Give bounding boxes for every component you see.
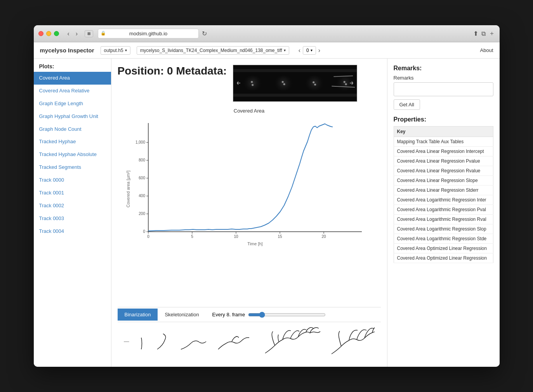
- svg-text:200: 200: [139, 212, 145, 216]
- content-area: Position: 0 Metadata: Covered Area Cover…: [111, 59, 387, 367]
- frame-label: Every 8. frame: [212, 312, 245, 317]
- sidebar-item-graph-edge-length[interactable]: Graph Edge Length: [34, 97, 111, 110]
- table-row[interactable]: Covered Area Linear Regression Stderr: [394, 186, 493, 195]
- sidebar-item-track-0002[interactable]: Track 0002: [34, 199, 111, 212]
- svg-text:0: 0: [143, 229, 145, 234]
- forward-button[interactable]: ›: [73, 29, 80, 38]
- close-button[interactable]: [38, 31, 43, 36]
- property-key: Covered Area Linear Regression Pvalue: [394, 156, 493, 166]
- sidebar-item-tracked-segments[interactable]: Tracked Segments: [34, 161, 111, 174]
- microscope-image: [233, 65, 357, 102]
- svg-text:5: 5: [191, 234, 193, 239]
- frame-slider[interactable]: [248, 312, 326, 318]
- filmstrip-sketch-1: —: [124, 339, 129, 344]
- brand-app: Inspector: [66, 47, 94, 54]
- sidebar-item-covered-area[interactable]: Covered Area: [34, 72, 111, 85]
- svg-text:600: 600: [139, 176, 145, 180]
- get-all-button[interactable]: Get All: [394, 99, 420, 110]
- property-key: Covered Area Linear Regression Stderr: [394, 186, 493, 195]
- remarks-input[interactable]: [394, 82, 493, 96]
- add-tab-button[interactable]: ＋: [489, 29, 495, 38]
- filmstrip-item-2: [135, 330, 147, 353]
- svg-text:10: 10: [234, 234, 238, 239]
- svg-text:1,000: 1,000: [135, 140, 145, 144]
- next-position-button[interactable]: ›: [318, 47, 320, 54]
- sidebar-item-graph-hyphal-growth-unit[interactable]: Graph Hyphal Growth Unit: [34, 110, 111, 123]
- property-key: Covered Area Linear Regression Slope: [394, 176, 493, 186]
- property-key: Covered Area Logarithmic Regression Stde: [394, 234, 493, 244]
- bottom-tabs: Binarization Skeletonization Every 8. fr…: [118, 307, 381, 322]
- table-row[interactable]: Covered Area Logarithmic Regression Slop: [394, 224, 493, 234]
- browser-nav: ‹ ›: [65, 29, 80, 38]
- titlebar: ‹ › ⊞ modsim.github.io ↻ ⬆ ⧉ ＋: [34, 25, 500, 42]
- share-button[interactable]: ⬆: [473, 29, 478, 38]
- svg-text:0: 0: [147, 234, 149, 239]
- skeletonization-tab[interactable]: Skeletonization: [158, 309, 206, 321]
- reload-button[interactable]: ↻: [202, 30, 207, 37]
- filmstrip-item-3: [153, 330, 173, 353]
- sidebar-item-track-0004[interactable]: Track 0004: [34, 225, 111, 238]
- remarks-title: Remarks:: [394, 65, 493, 72]
- sample-dropdown[interactable]: mycelyso_S_lividans_TK24_Complex_Medium_…: [137, 46, 289, 55]
- back-button[interactable]: ‹: [65, 29, 72, 38]
- table-row[interactable]: Covered Area Optimized Linear Regression: [394, 244, 493, 253]
- address-bar[interactable]: modsim.github.io: [98, 29, 199, 38]
- property-key: Covered Area Linear Regression Intercept: [394, 147, 493, 156]
- minimize-button[interactable]: [46, 31, 51, 36]
- appbar-nav: ‹ 0 ›: [299, 46, 320, 55]
- property-key: Covered Area Logarithmic Regression Inte…: [394, 195, 493, 205]
- right-panel: Remarks: Remarks Get All Properties: Key…: [387, 59, 500, 367]
- filmstrip-items: —: [124, 325, 375, 358]
- position-select[interactable]: 0: [303, 46, 316, 55]
- sidebar-item-tracked-hyphae[interactable]: Tracked Hyphae: [34, 135, 111, 148]
- property-key: Covered Area Linear Regression Rvalue: [394, 166, 493, 176]
- position-title: Position: 0 Metadata:: [118, 65, 227, 77]
- table-row[interactable]: Covered Area Linear Regression Rvalue: [394, 166, 493, 176]
- file-dropdown[interactable]: output.h5: [101, 46, 130, 55]
- appbar: mycelyso Inspector output.h5 mycelyso_S_…: [34, 42, 500, 59]
- property-key: Covered Area Logarithmic Regression Pval: [394, 205, 493, 215]
- chart-container: Covered Area Covered area [µm²] 0 200: [118, 108, 381, 307]
- remarks-label: Remarks: [394, 75, 493, 81]
- traffic-lights: [38, 31, 59, 36]
- maximize-button[interactable]: [54, 31, 59, 36]
- about-link[interactable]: About: [480, 47, 493, 53]
- table-row[interactable]: Covered Area Logarithmic Regression Rval: [394, 215, 493, 224]
- sidebar-item-graph-node-count[interactable]: Graph Node Count: [34, 123, 111, 136]
- svg-text:Time [h]: Time [h]: [247, 241, 262, 246]
- chart-title: Covered Area: [118, 108, 381, 114]
- copy-button[interactable]: ⧉: [481, 29, 486, 38]
- app-window: ‹ › ⊞ modsim.github.io ↻ ⬆ ⧉ ＋ mycelyso …: [34, 25, 500, 367]
- property-key: Covered Area Optimized Linear Regression: [394, 253, 493, 263]
- tab-icon: ⊞: [85, 30, 93, 37]
- sidebar-item-covered-area-relative[interactable]: Covered Area Relative: [34, 85, 111, 97]
- svg-text:800: 800: [139, 158, 145, 162]
- filmstrip-item-4: [179, 330, 210, 353]
- properties-title: Properties:: [394, 116, 493, 123]
- table-row[interactable]: Covered Area Optimized Linear Regression: [394, 253, 493, 263]
- property-key: Covered Area Logarithmic Regression Rval: [394, 215, 493, 224]
- filmstrip-item-1: —: [124, 339, 129, 344]
- filmstrip-item-7: [330, 325, 375, 358]
- chart-svg: Covered area [µm²] 0 200 400 600: [118, 115, 381, 255]
- prev-position-button[interactable]: ‹: [299, 47, 300, 54]
- sidebar-item-track-0001[interactable]: Track 0001: [34, 187, 111, 199]
- binarization-tab[interactable]: Binarization: [118, 309, 158, 321]
- table-row[interactable]: Covered Area Linear Regression Pvalue: [394, 156, 493, 166]
- table-row[interactable]: Covered Area Logarithmic Regression Inte…: [394, 195, 493, 205]
- svg-text:400: 400: [139, 194, 145, 198]
- sidebar-item-track-0000[interactable]: Track 0000: [34, 174, 111, 187]
- svg-text:15: 15: [278, 234, 282, 239]
- table-row[interactable]: Covered Area Logarithmic Regression Pval: [394, 205, 493, 215]
- property-key: Covered Area Logarithmic Regression Slop: [394, 224, 493, 234]
- table-row[interactable]: Covered Area Linear Regression Slope: [394, 176, 493, 186]
- table-row[interactable]: Covered Area Linear Regression Intercept: [394, 147, 493, 156]
- table-row[interactable]: Mapping Track Table Aux Tables: [394, 137, 493, 147]
- sidebar-item-track-0003[interactable]: Track 0003: [34, 212, 111, 225]
- sidebar-item-tracked-hyphae-absolute[interactable]: Tracked Hyphae Absolute: [34, 148, 111, 161]
- frame-control: Every 8. frame: [206, 312, 332, 318]
- property-key: Covered Area Optimized Linear Regression: [394, 244, 493, 253]
- table-row[interactable]: Covered Area Logarithmic Regression Stde: [394, 234, 493, 244]
- remarks-section: Remarks: Remarks Get All: [394, 65, 493, 110]
- filmstrip-item-5: [216, 330, 255, 353]
